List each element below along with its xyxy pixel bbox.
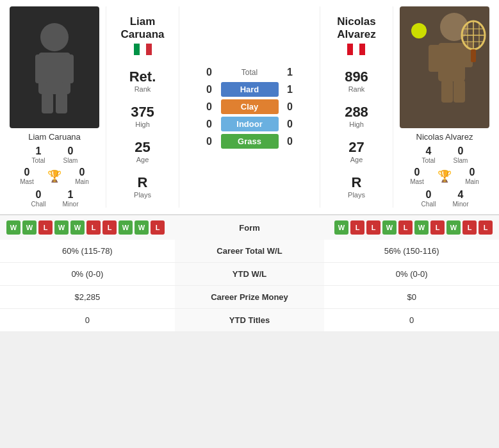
main-container: Liam Caruana 1 Total 0 Slam 0 Mast 🏆: [0, 0, 499, 332]
form-badge-w: W: [135, 220, 149, 235]
left-mast-label: Mast: [20, 178, 34, 185]
stat-left: 0: [0, 309, 175, 332]
left-age-block: 25 Age: [135, 139, 150, 163]
left-plays-value: R: [134, 174, 151, 191]
form-badge-l: L: [398, 220, 413, 235]
right-age-block: 27 Age: [348, 139, 364, 163]
indoor-surface-button[interactable]: Indoor: [221, 117, 279, 131]
svg-rect-25: [471, 49, 476, 62]
right-minor-label: Minor: [452, 201, 468, 208]
right-total-label: Total: [421, 157, 435, 164]
form-badge-l: L: [479, 220, 493, 235]
right-rank-block: 896 Rank: [345, 69, 368, 93]
left-stats-row1: 1 Total 0 Slam: [26, 145, 83, 164]
right-name-top: Nicolas Alvarez: [337, 15, 375, 58]
left-minor-label: Minor: [62, 201, 78, 208]
svg-rect-8: [146, 44, 152, 55]
right-age-value: 27: [348, 139, 364, 156]
form-badge-l: L: [462, 220, 477, 235]
stat-label: YTD W/L: [175, 263, 325, 286]
stat-left: 0% (0-0): [0, 263, 175, 286]
svg-rect-14: [429, 45, 440, 72]
grass-score-row: 0 Grass 0: [186, 134, 313, 149]
hard-score-left: 0: [203, 84, 216, 95]
left-age-label: Age: [135, 156, 150, 163]
right-total-value: 4: [426, 145, 432, 157]
right-name-line1: Nicolas: [337, 15, 375, 28]
right-high-label: High: [345, 120, 368, 128]
right-mast-label: Mast: [410, 178, 424, 185]
stat-label: YTD Titles: [175, 309, 325, 332]
right-player-photo: [400, 6, 489, 128]
left-slam-value: 0: [68, 145, 74, 157]
right-trophy-icon: 🏆: [438, 169, 452, 183]
right-name-line2: Alvarez: [337, 28, 375, 40]
match-section: Liam Caruana 1 Total 0 Slam 0 Mast 🏆: [0, 0, 499, 215]
left-name-line2: Caruana: [120, 28, 164, 40]
right-plays-value: R: [348, 174, 365, 191]
right-stats-row3: 0 Chall 4 Minor: [416, 189, 473, 208]
italy-flag-icon: [134, 44, 152, 55]
form-badge-w: W: [334, 220, 348, 235]
indoor-score-right: 0: [284, 119, 297, 130]
form-badge-l: L: [38, 220, 53, 235]
left-total-value: 1: [36, 145, 42, 157]
clay-score-right: 0: [284, 101, 297, 113]
svg-rect-6: [134, 44, 140, 55]
form-badge-w: W: [22, 220, 37, 235]
right-high-block: 288 High: [345, 104, 368, 128]
svg-rect-3: [62, 54, 74, 83]
left-chall-label: Chall: [31, 201, 46, 208]
left-high-block: 375 High: [131, 104, 154, 128]
left-rank-value: Ret.: [129, 69, 156, 85]
left-main-block: 0 Main: [69, 167, 95, 185]
total-score-left: 0: [203, 67, 216, 78]
center-section: 0 Total 1 0 Hard 1 0 Clay 0: [179, 6, 320, 208]
left-age-value: 25: [135, 139, 150, 156]
right-main-block: 0 Main: [459, 167, 485, 185]
stats-row: 0 YTD Titles 0: [0, 309, 499, 332]
grass-score-right: 0: [284, 136, 297, 147]
right-rank-value: 896: [345, 69, 368, 85]
left-rank-block: Ret. Rank: [129, 69, 156, 93]
left-high-label: High: [131, 120, 154, 128]
left-total-block: 1 Total: [26, 145, 51, 164]
right-minor-block: 4 Minor: [448, 189, 473, 208]
grass-surface-button[interactable]: Grass: [221, 134, 279, 149]
right-slam-value: 0: [458, 145, 464, 157]
stat-right: 0: [324, 309, 499, 332]
stat-right: 56% (150-116): [324, 240, 499, 263]
right-minor-value: 4: [458, 189, 464, 201]
form-badge-w: W: [70, 220, 85, 235]
svg-rect-17: [454, 80, 465, 103]
left-player-silhouette: [26, 19, 83, 115]
right-player-name-below: Nicolas Alvarez: [416, 132, 473, 142]
hard-surface-button[interactable]: Hard: [221, 82, 279, 97]
left-total-label: Total: [31, 157, 45, 164]
left-plays-label: Plays: [134, 191, 151, 199]
form-badge-w: W: [446, 220, 461, 235]
left-player-photo: [10, 6, 99, 128]
clay-surface-button[interactable]: Clay: [221, 99, 279, 114]
form-badge-l: L: [430, 220, 445, 235]
right-slam-label: Slam: [454, 157, 468, 164]
left-mast-block: 0 Mast: [14, 167, 40, 185]
right-main-value: 0: [470, 167, 475, 178]
form-badge-l: L: [102, 220, 117, 235]
right-player-card: Nicolas Alvarez 4 Total 0 Slam 0 Mast 🏆: [393, 6, 496, 208]
left-main-label: Main: [75, 178, 89, 185]
right-flag: [337, 44, 375, 58]
total-label: Total: [221, 65, 279, 79]
stats-row: $2,285 Career Prize Money $0: [0, 286, 499, 309]
left-trophy-icon: 🏆: [47, 169, 61, 183]
stats-table: 60% (115-78) Career Total W/L 56% (150-1…: [0, 240, 499, 332]
right-rank-label: Rank: [345, 85, 368, 93]
left-player-card: Liam Caruana 1 Total 0 Slam 0 Mast 🏆: [3, 6, 106, 208]
svg-rect-7: [140, 44, 146, 55]
peru-flag-icon: [347, 44, 365, 55]
left-chall-block: 0 Chall: [26, 189, 51, 208]
left-stats-row3: 0 Chall 1 Minor: [26, 189, 83, 208]
form-badge-l: L: [350, 220, 364, 235]
form-badge-w: W: [6, 220, 20, 235]
svg-rect-16: [441, 80, 453, 103]
